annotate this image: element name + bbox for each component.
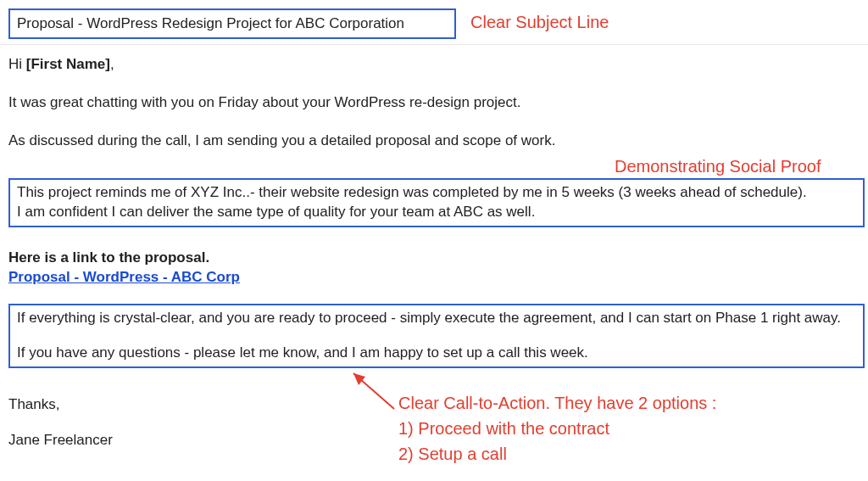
email-body-line: It was great chatting with you on Friday… — [8, 93, 520, 113]
greeting-name: [First Name] — [26, 56, 110, 72]
email-subject-box: Proposal - WordPress Redesign Project fo… — [8, 8, 456, 39]
email-subject: Proposal - WordPress Redesign Project fo… — [17, 15, 404, 31]
email-body-line: As discussed during the call, I am sendi… — [8, 131, 555, 151]
social-proof-box: This project reminds me of XYZ Inc..- th… — [8, 178, 865, 227]
annotation-cta: Clear Call-to-Action. They have 2 option… — [398, 394, 716, 413]
greeting-prefix: Hi — [8, 56, 26, 72]
email-signoff: Thanks, — [8, 395, 59, 415]
annotation-cta: 1) Proceed with the contract — [398, 419, 609, 439]
divider — [0, 44, 868, 45]
annotation-social-proof: Demonstrating Social Proof — [615, 157, 821, 176]
svg-marker-1 — [353, 373, 365, 385]
annotation-cta: 2) Setup a call — [398, 445, 507, 464]
social-proof-line: This project reminds me of XYZ Inc..- th… — [17, 183, 856, 203]
email-greeting: Hi [First Name], — [8, 55, 114, 75]
social-proof-line: I am confident I can deliver the same ty… — [17, 203, 856, 222]
proposal-link[interactable]: Proposal - WordPress - ABC Corp — [8, 269, 240, 285]
annotation-arrow-icon — [343, 366, 403, 417]
cta-line: If everything is crystal-clear, and you … — [17, 309, 856, 328]
email-template: Proposal - WordPress Redesign Project fo… — [0, 0, 868, 481]
cta-box: If everything is crystal-clear, and you … — [8, 304, 865, 368]
annotation-subject: Clear Subject Line — [470, 13, 609, 32]
cta-line: If you have any questions - please let m… — [17, 344, 856, 363]
greeting-suffix: , — [110, 56, 114, 72]
email-signature: Jane Freelancer — [8, 431, 113, 450]
proposal-intro: Here is a link to the proposal. — [8, 249, 209, 268]
